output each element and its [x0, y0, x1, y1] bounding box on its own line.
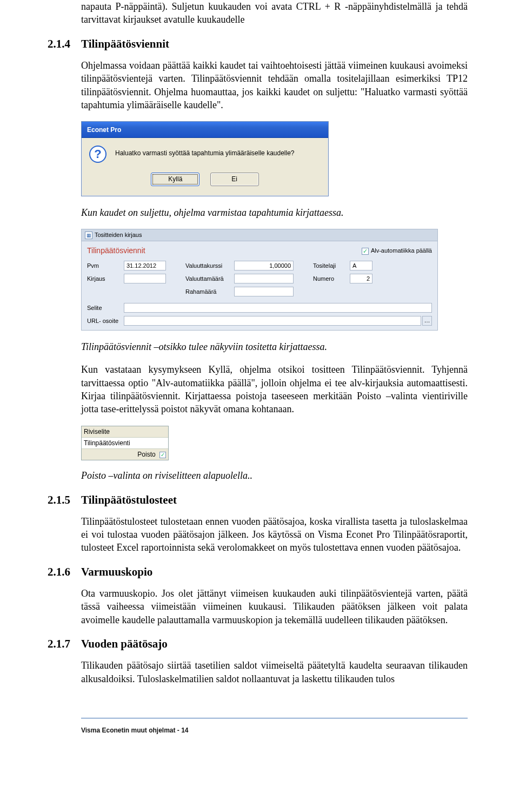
- paragraph-214-2: Kun vastataan kysymykseen Kyllä, ohjelma…: [81, 363, 468, 415]
- rivi-text: Tilinpäätösvienti: [82, 438, 168, 448]
- heading-216: 2.1.6Varmuuskopio: [48, 564, 468, 579]
- heading-215: 2.1.5Tilinpäätöstulosteet: [48, 492, 468, 507]
- voucher-entry-form: ▦ Tositteiden kirjaus Tilinpäätösviennit…: [81, 229, 438, 331]
- heading-title: Tilinpäätöstulosteet: [81, 493, 177, 506]
- caption-3: Poisto –valinta on riviselitteen alapuol…: [81, 469, 468, 482]
- valuuttakurssi-label: Valuuttakurssi: [185, 262, 234, 270]
- browse-button[interactable]: …: [422, 316, 432, 326]
- alv-checkbox[interactable]: ✓: [362, 248, 369, 255]
- pvm-field[interactable]: 31.12.2012: [124, 261, 166, 270]
- dialog-message: Haluatko varmasti syöttää tapahtumia yli…: [115, 146, 295, 163]
- kirjaus-label: Kirjaus: [87, 275, 124, 283]
- confirm-dialog: Econet Pro ? Haluatko varmasti syöttää t…: [81, 121, 329, 196]
- heading-number: 2.1.7: [48, 636, 81, 651]
- paragraph-217-1: Tilikauden päätösajo siirtää tasetilien …: [81, 659, 468, 685]
- url-field[interactable]: [124, 316, 421, 326]
- yes-button[interactable]: Kyllä: [151, 173, 199, 186]
- paragraph-intro: napauta P-näppäintä). Suljetun kuukauden…: [81, 0, 468, 27]
- caption-1: Kun kaudet on suljettu, ohjelma varmista…: [81, 206, 468, 219]
- paragraph-215-1: Tilinpäätöstulosteet tulostetaan ennen v…: [81, 515, 468, 554]
- heading-217: 2.1.7Vuoden päätösajo: [48, 636, 468, 651]
- dialog-title-text: Econet Pro: [87, 126, 121, 134]
- heading-number: 2.1.5: [48, 492, 81, 507]
- numero-label: Numero: [313, 275, 350, 283]
- valuuttamaara-field[interactable]: [234, 274, 294, 283]
- question-icon: ?: [89, 146, 107, 163]
- selite-label: Selite: [87, 304, 124, 312]
- alv-label: Alv-automatiikka päällä: [371, 247, 432, 254]
- tositelaji-label: Tositelaji: [313, 262, 350, 270]
- heading-title: Vuoden päätösajo: [81, 637, 168, 650]
- poisto-checkbox[interactable]: ✓: [159, 452, 166, 458]
- footer-text: Visma Econetin muut ohjelmat - 14: [81, 727, 189, 734]
- selite-field[interactable]: [124, 303, 432, 313]
- numero-field[interactable]: 2: [350, 274, 372, 283]
- no-button[interactable]: Ei: [210, 173, 259, 186]
- poisto-label: Poisto: [137, 451, 155, 458]
- paragraph-216-1: Ota varmuuskopio. Jos olet jättänyt viim…: [81, 587, 468, 626]
- heading-number: 2.1.4: [48, 36, 81, 51]
- pvm-label: Pvm: [87, 262, 124, 270]
- rahamaara-label: Rahamäärä: [185, 288, 234, 296]
- rivi-panel: Riviselite Tilinpäätösvienti Poisto ✓: [81, 426, 169, 461]
- heading-title: Varmuuskopio: [81, 565, 152, 578]
- valuuttamaara-label: Valuuttamäärä: [185, 275, 234, 283]
- heading-title: Tilinpäätösviennit: [81, 37, 169, 50]
- window-icon: ▦: [85, 232, 92, 239]
- page-footer: Visma Econetin muut ohjelmat - 14: [81, 718, 468, 736]
- valuuttakurssi-field[interactable]: 1,00000: [234, 261, 294, 270]
- window-title: Tositteiden kirjaus: [95, 231, 142, 239]
- paragraph-214-1: Ohjelmassa voidaan päättää kaikki kaudet…: [81, 59, 468, 111]
- rahamaara-field[interactable]: [234, 287, 294, 296]
- heading-214: 2.1.4Tilinpäätösviennit: [48, 36, 468, 51]
- form-headline: Tilinpäätösviennit: [87, 246, 145, 256]
- dialog-titlebar: Econet Pro: [82, 122, 328, 138]
- tositelaji-field[interactable]: A: [350, 261, 372, 270]
- heading-number: 2.1.6: [48, 564, 81, 579]
- kirjaus-field[interactable]: [124, 274, 166, 283]
- caption-2: Tilinpäätösviennit –otsikko tulee näkyvi…: [81, 340, 468, 353]
- url-label: URL- osoite: [87, 317, 124, 325]
- rivi-header: Riviselite: [82, 426, 168, 438]
